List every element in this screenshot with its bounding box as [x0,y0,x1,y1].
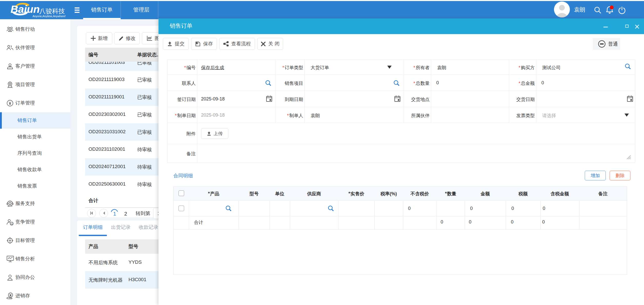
svg-text:vs: vs [11,223,13,225]
